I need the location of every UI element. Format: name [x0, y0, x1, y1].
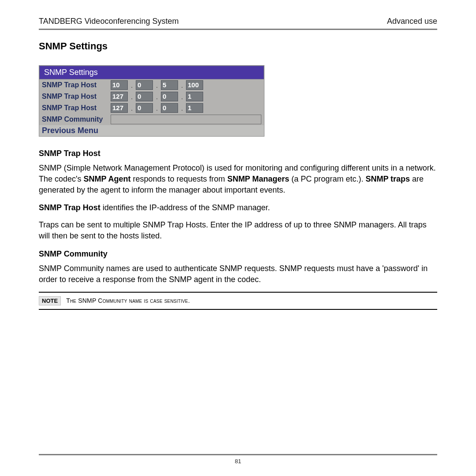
snmp-community-input[interactable]: [111, 115, 261, 124]
ip-dot: .: [156, 93, 158, 100]
subheading-community: SNMP Community: [39, 249, 437, 259]
text: responds to requests from: [131, 175, 227, 183]
paragraph: Traps can be sent to multiple SNMP Trap …: [39, 219, 437, 242]
text: T: [66, 297, 70, 304]
ip-octet[interactable]: 127: [111, 103, 128, 113]
note-rule-bottom: [39, 309, 437, 310]
subheading-trap-host: SNMP Trap Host: [39, 149, 437, 158]
footer-rule: [39, 454, 437, 455]
snmp-row-label: SNMP Trap Host: [42, 104, 108, 112]
ip-octet[interactable]: 127: [111, 92, 128, 101]
ip-dot: .: [130, 104, 133, 112]
ip-octet[interactable]: 5: [161, 80, 178, 90]
ip-octet[interactable]: 1: [186, 103, 203, 113]
ip-octet[interactable]: 0: [136, 80, 153, 90]
previous-menu-row[interactable]: Previous Menu: [39, 125, 264, 136]
ip-dot: .: [181, 104, 183, 112]
text-bold: SNMP Trap Host: [39, 203, 100, 212]
ip-octet[interactable]: 100: [186, 80, 203, 90]
text: ommunity name is case sensitive.: [103, 297, 190, 304]
note-badge: NOTE: [39, 296, 61, 305]
paragraph: SNMP (Simple Network Management Protocol…: [39, 163, 437, 196]
header-rule: [39, 29, 437, 30]
snmp-panel-title: SNMP Settings: [39, 66, 264, 79]
ip-dot: .: [130, 93, 133, 100]
text-bold: SNMP Agent: [84, 175, 131, 183]
previous-menu-label: Previous Menu: [42, 126, 98, 135]
snmp-row-label: SNMP Trap Host: [42, 93, 108, 100]
ip-dot: .: [130, 82, 133, 89]
ip-octet[interactable]: 0: [136, 103, 153, 113]
ip-dot: .: [156, 82, 158, 89]
snmp-row-0: SNMP Trap Host 10 . 0 . 5 . 100: [39, 79, 264, 91]
section-title: SNMP Settings: [39, 41, 437, 52]
page-footer: 81: [39, 454, 437, 465]
ip-octet[interactable]: 0: [161, 92, 178, 101]
note-text: The SNMP Community name is case sensitiv…: [66, 297, 190, 304]
text: identifies the IP-address of the SNMP ma…: [100, 203, 270, 212]
text-bold: SNMP traps: [365, 175, 410, 183]
ip-octet[interactable]: 1: [186, 92, 203, 101]
paragraph: SNMP Community names are used to authent…: [39, 263, 437, 285]
page-header: TANDBERG Videoconferencing System Advanc…: [39, 17, 437, 29]
header-right: Advanced use: [387, 17, 437, 26]
note-block: NOTE The SNMP Community name is case sen…: [39, 292, 437, 310]
text: he SNMP C: [70, 297, 103, 304]
snmp-row-1: SNMP Trap Host 127 . 0 . 0 . 1: [39, 91, 264, 102]
snmp-row-label: SNMP Trap Host: [42, 81, 108, 89]
ip-octet[interactable]: 0: [136, 92, 153, 101]
ip-octet[interactable]: 0: [161, 103, 178, 113]
ip-dot: .: [181, 93, 183, 100]
snmp-community-label: SNMP Community: [42, 115, 108, 123]
ip-octet[interactable]: 10: [111, 80, 128, 90]
snmp-row-2: SNMP Trap Host 127 . 0 . 0 . 1: [39, 102, 264, 114]
snmp-settings-panel: SNMP Settings SNMP Trap Host 10 . 0 . 5 …: [39, 65, 264, 137]
ip-dot: .: [181, 82, 183, 89]
text: (a PC program etc.).: [289, 175, 365, 183]
ip-dot: .: [156, 104, 158, 112]
text-bold: SNMP Managers: [227, 175, 290, 183]
page-number: 81: [39, 458, 437, 465]
header-center: TANDBERG Videoconferencing System: [39, 17, 178, 26]
snmp-community-row: SNMP Community: [39, 114, 264, 125]
paragraph: SNMP Trap Host identifies the IP-address…: [39, 202, 437, 213]
